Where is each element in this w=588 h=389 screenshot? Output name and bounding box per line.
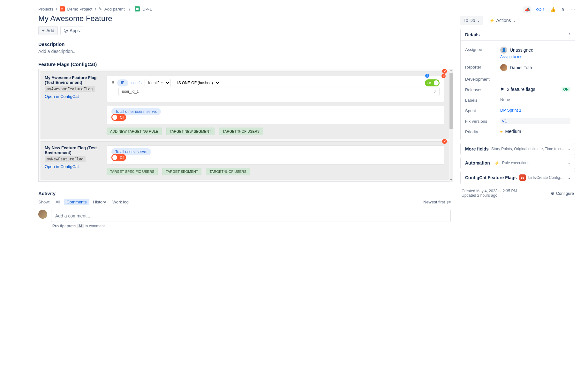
- status-dropdown[interactable]: To Do ⌄: [460, 16, 483, 25]
- details-panel-header[interactable]: Details ˄: [461, 29, 575, 41]
- description-heading: Description: [38, 41, 451, 47]
- flag-title: My New Feature Flag (Test Environment): [45, 145, 102, 155]
- releases-label: Releases: [465, 87, 500, 92]
- open-in-configcat-link[interactable]: Open in ConfigCat: [45, 164, 79, 169]
- scroll-up-icon[interactable]: ▲: [449, 69, 453, 72]
- configure-button[interactable]: ⚙ Configure: [551, 191, 574, 196]
- breadcrumb: Projects / ≡ Demo Project / ✎ Add parent…: [38, 6, 451, 11]
- add-button[interactable]: + Add: [38, 26, 58, 35]
- pencil-icon: ✎: [99, 7, 102, 11]
- feature-flag-card: ✕ My Awesome Feature Flag (Test Environm…: [41, 71, 449, 139]
- priority-value[interactable]: ≡ Medium: [500, 129, 570, 134]
- vote-icon[interactable]: 👍: [550, 7, 556, 12]
- open-in-configcat-link[interactable]: Open in ConfigCat: [45, 94, 79, 99]
- configcat-panel[interactable]: ConfigCat Feature Flags Link/Create Conf…: [460, 171, 575, 184]
- scrollbar[interactable]: ▲ ▼: [449, 69, 453, 182]
- share-icon[interactable]: ⇪: [561, 7, 565, 12]
- add-targeting-rule-button[interactable]: ADD NEW TARGETING RULE: [107, 128, 162, 135]
- targeting-rule: ✕ i ⠿ IF user's Identifier IS ONE OF (ha…: [107, 75, 444, 102]
- more-fields-panel[interactable]: More fields Story Points, Original estim…: [460, 143, 575, 155]
- labels-value[interactable]: None: [500, 97, 570, 102]
- activity-show-label: Show:: [38, 200, 50, 204]
- assignee-value[interactable]: 👤 Unassigned: [500, 47, 570, 54]
- unlink-flag-button[interactable]: ✕: [442, 69, 447, 74]
- comment-input[interactable]: Add a comment...: [51, 210, 451, 222]
- issue-type-icon: [135, 6, 140, 11]
- configcat-icon: [519, 174, 526, 181]
- breadcrumb-issue-key[interactable]: DP-1: [142, 7, 152, 11]
- default-rule: To all users, serve: Off: [107, 145, 444, 165]
- chevron-up-icon: ˄: [569, 33, 570, 37]
- activity-heading: Activity: [38, 191, 451, 196]
- unlink-flag-button[interactable]: ✕: [442, 139, 447, 144]
- reporter-value[interactable]: Daniel Toth: [500, 64, 570, 71]
- issue-title[interactable]: My Awesome Feature: [38, 14, 451, 23]
- tab-all[interactable]: All: [53, 199, 63, 205]
- rule-value-input[interactable]: user_id_1 ⤢: [118, 87, 440, 96]
- sprint-value[interactable]: DP Sprint 1: [500, 108, 570, 113]
- default-value-toggle[interactable]: Off: [111, 154, 126, 161]
- created-timestamp: Created May 4, 2023 at 2:35 PM: [462, 189, 517, 193]
- reporter-label: Reporter: [465, 64, 500, 70]
- fix-versions-label: Fix versions: [465, 118, 500, 124]
- releases-value[interactable]: ⚑ 2 feature flags ON: [500, 87, 570, 92]
- tab-comments[interactable]: Comments: [64, 199, 89, 205]
- feature-flags-heading: Feature Flags (ConfigCat): [38, 62, 451, 67]
- releases-on-badge: ON: [562, 87, 571, 92]
- tab-history[interactable]: History: [90, 199, 108, 205]
- breadcrumb-add-parent[interactable]: Add parent: [104, 7, 125, 11]
- automation-panel[interactable]: Automation ⚡ Rule executions ⌄: [460, 157, 575, 169]
- default-value-toggle[interactable]: Off: [111, 114, 126, 121]
- rule-value-toggle[interactable]: On: [425, 79, 440, 86]
- pro-tip: Pro tip: press M to comment: [52, 224, 451, 228]
- gear-icon: ⚙: [551, 191, 554, 196]
- target-percent-button[interactable]: TARGET % OF USERS: [206, 168, 250, 175]
- description-input[interactable]: Add a description...: [38, 49, 451, 54]
- info-icon[interactable]: i: [425, 74, 429, 78]
- feature-flags-panel: ✕ My Awesome Feature Flag (Test Environm…: [38, 69, 451, 182]
- details-panel: Details ˄ Assignee 👤 Unassigned Assign t…: [460, 29, 575, 140]
- watch-button[interactable]: 1: [536, 7, 545, 12]
- feature-flag-card: ✕ My New Feature Flag (Test Environment)…: [41, 141, 449, 180]
- expand-icon[interactable]: ⤢: [433, 89, 437, 94]
- chevron-down-icon: ⌄: [513, 19, 516, 22]
- project-icon: ≡: [60, 6, 65, 11]
- target-segment-button[interactable]: TARGET SEGMENT: [162, 168, 201, 175]
- plus-icon: +: [42, 28, 44, 33]
- development-label: Development: [465, 76, 500, 82]
- assign-to-me-link[interactable]: Assign to me: [500, 55, 570, 59]
- breadcrumb-projects[interactable]: Projects: [38, 7, 53, 11]
- scroll-thumb[interactable]: [449, 73, 453, 129]
- avatar-icon: [500, 64, 507, 71]
- bolt-icon: ⚡: [489, 18, 494, 23]
- remove-rule-button[interactable]: ✕: [441, 74, 446, 78]
- apps-button[interactable]: Apps: [60, 26, 83, 35]
- person-icon: 👤: [500, 47, 507, 54]
- actions-dropdown[interactable]: ⚡ Actions ⌄: [487, 18, 517, 23]
- sort-button[interactable]: Newest first ↓≡: [423, 200, 451, 204]
- users-label: user's: [132, 81, 142, 85]
- priority-medium-icon: ≡: [500, 129, 503, 134]
- scroll-down-icon[interactable]: ▼: [449, 179, 453, 182]
- target-new-segment-button[interactable]: TARGET NEW SEGMENT: [166, 128, 215, 135]
- user-avatar: [38, 210, 47, 219]
- flag-icon: ⚑: [500, 87, 504, 92]
- attribute-select[interactable]: Identifier: [145, 79, 170, 87]
- flag-key: myNewFeatureFlag: [45, 156, 86, 162]
- tab-worklog[interactable]: Work log: [110, 199, 131, 205]
- fix-versions-value[interactable]: V1: [500, 118, 570, 124]
- updated-timestamp: Updated 2 hours ago: [462, 193, 517, 198]
- breadcrumb-project[interactable]: Demo Project: [67, 7, 93, 11]
- app-icon: [64, 29, 68, 33]
- comparator-select[interactable]: IS ONE OF (hashed): [174, 79, 220, 87]
- feedback-icon[interactable]: 📣: [523, 6, 531, 13]
- chevron-down-icon: ⌄: [477, 19, 480, 22]
- flag-key: myAwesomeFeatureFlag: [45, 86, 95, 92]
- more-actions-icon[interactable]: ⋯: [570, 7, 575, 12]
- target-percent-button[interactable]: TARGET % OF USERS: [219, 128, 263, 135]
- target-specific-users-button[interactable]: TARGET SPECIFIC USERS: [107, 168, 158, 175]
- if-label: IF: [117, 79, 128, 86]
- drag-handle-icon[interactable]: ⠿: [111, 81, 114, 85]
- flag-title: My Awesome Feature Flag (Test Environmen…: [45, 75, 102, 85]
- chevron-down-icon: ⌄: [568, 147, 570, 151]
